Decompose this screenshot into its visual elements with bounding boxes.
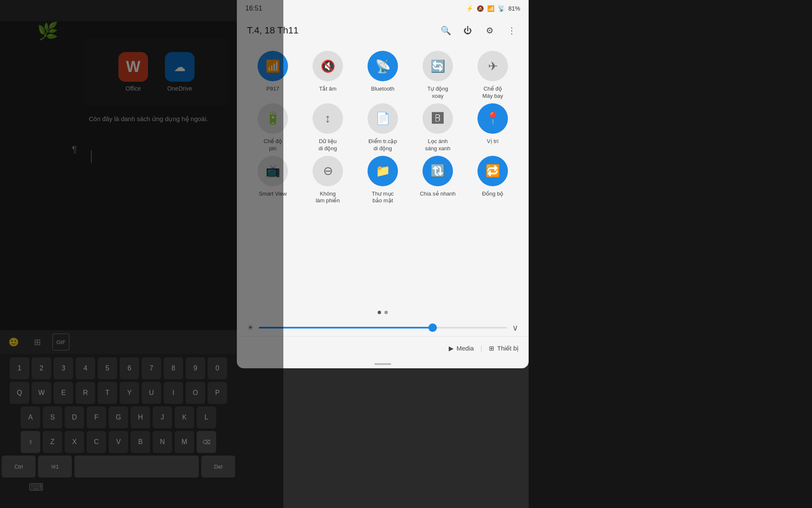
keyboard-toggle-icon[interactable]: ⌨ [29, 481, 44, 493]
key-r[interactable]: R [76, 382, 95, 404]
key-space[interactable] [74, 456, 199, 478]
quick-tiles-grid: 📶 P917 🔇 Tắt âm 📡 Bluetooth 🔄 [237, 44, 529, 306]
onedrive-icon-item[interactable]: ☁ OneDrive [165, 52, 195, 92]
key-m[interactable]: M [175, 431, 194, 453]
key-symbols[interactable]: !#1 [38, 456, 72, 478]
key-ctrl[interactable]: Ctrl [2, 456, 36, 478]
rotate-tile-icon: 🔄 [431, 59, 445, 73]
search-icon[interactable]: 🔍 [439, 24, 453, 37]
tile-location[interactable]: 📍 Vị trí [469, 103, 516, 152]
tile-sync-label: Đồng bộ [482, 190, 504, 198]
key-4[interactable]: 4 [76, 357, 95, 379]
power-icon[interactable]: ⏻ [461, 24, 475, 37]
tile-blue-light-label: Lọc ánh sáng xanh [425, 138, 450, 152]
emoji-icon[interactable]: 🙂 [5, 334, 22, 351]
key-2[interactable]: 2 [32, 357, 51, 379]
key-n[interactable]: N [153, 431, 172, 453]
key-z[interactable]: Z [43, 431, 62, 453]
bluetooth-status-icon: ⚡ [466, 5, 473, 12]
page-dot-1 [378, 311, 381, 314]
dnd-tile-icon: ⊖ [323, 164, 333, 178]
tile-mobile-data[interactable]: ↕ Dữ liệu di động [304, 103, 351, 152]
tile-dnd-label: Không làm phiền [315, 190, 340, 205]
office-icon-item[interactable]: W Office [118, 52, 148, 92]
key-6[interactable]: 6 [120, 357, 139, 379]
key-shift[interactable]: ⇧ [21, 431, 40, 453]
tile-hotspot-label: Điểm tr.cập di động [368, 138, 397, 152]
key-3[interactable]: 3 [54, 357, 73, 379]
key-u[interactable]: U [142, 382, 161, 404]
key-s[interactable]: S [43, 406, 62, 428]
tile-sync[interactable]: 🔁 Đồng bộ [469, 156, 516, 205]
key-q[interactable]: Q [10, 382, 29, 404]
tile-smart-view-icon: 📺 [258, 156, 288, 186]
brightness-slider-track[interactable] [259, 327, 507, 329]
tile-rotate-icon: 🔄 [422, 51, 453, 81]
key-c[interactable]: C [87, 431, 106, 453]
tile-mobile-data-label: Dữ liệu di động [318, 138, 337, 152]
key-t[interactable]: T [98, 382, 117, 404]
key-i[interactable]: I [164, 382, 183, 404]
tile-location-label: Vị trí [487, 138, 499, 145]
more-icon[interactable]: ⋮ [505, 24, 518, 37]
key-h[interactable]: H [131, 406, 150, 428]
tiles-row-2: 🔋 Chế độ pin ↕ Dữ liệu di động 📄 Điểm tr… [247, 103, 518, 152]
key-x[interactable]: X [65, 431, 84, 453]
key-a[interactable]: A [21, 406, 40, 428]
keyboard-toolbar: 🙂 ⊞ GIF [0, 330, 237, 354]
brightness-row: ☀ ∨ [237, 319, 529, 336]
tile-rotate-label: Tự động xoay [427, 86, 448, 100]
key-p[interactable]: P [208, 382, 227, 404]
tile-quick-share[interactable]: 🔃 Chia sẻ nhanh [414, 156, 461, 205]
tile-dnd[interactable]: ⊖ Không làm phiền [304, 156, 351, 205]
key-7[interactable]: 7 [142, 357, 161, 379]
key-del[interactable]: Del [201, 456, 235, 478]
tile-secure-folder[interactable]: 📁 Thư mục bảo mật [359, 156, 406, 205]
tile-rotate[interactable]: 🔄 Tự động xoay [414, 51, 461, 100]
text-cursor [91, 150, 92, 163]
tile-airplane[interactable]: ✈ Chế độ Máy bay [469, 51, 516, 100]
tile-tat-am[interactable]: 🔇 Tắt âm [304, 51, 351, 100]
key-8[interactable]: 8 [164, 357, 183, 379]
key-y[interactable]: Y [120, 382, 139, 404]
tile-sync-icon: 🔁 [477, 156, 508, 186]
key-backspace[interactable]: ⌫ [197, 431, 216, 453]
sticker-icon[interactable]: ⊞ [29, 334, 46, 351]
brightness-slider-fill [259, 327, 433, 329]
key-9[interactable]: 9 [186, 357, 205, 379]
keyboard-row-numbers: 1 2 3 4 5 6 7 8 9 0 [2, 357, 235, 379]
settings-icon[interactable]: ⚙ [483, 24, 497, 37]
tile-blue-light[interactable]: 🅱 Lọc ánh sáng xanh [414, 103, 461, 152]
key-f[interactable]: F [87, 406, 106, 428]
key-l[interactable]: L [197, 406, 216, 428]
key-1[interactable]: 1 [10, 357, 29, 379]
key-j[interactable]: J [153, 406, 172, 428]
tile-bluetooth-label: Bluetooth [371, 86, 395, 93]
brightness-expand-icon[interactable]: ∨ [512, 323, 518, 333]
tile-battery-mode[interactable]: 🔋 Chế độ pin [250, 103, 296, 152]
key-o[interactable]: O [186, 382, 205, 404]
key-v[interactable]: V [109, 431, 128, 453]
key-d[interactable]: D [65, 406, 84, 428]
tile-location-icon: 📍 [477, 103, 508, 134]
key-b[interactable]: B [131, 431, 150, 453]
wifi-tile-icon: 📶 [266, 59, 280, 73]
key-5[interactable]: 5 [98, 357, 117, 379]
tile-hotspot[interactable]: 📄 Điểm tr.cập di động [359, 103, 406, 152]
key-k[interactable]: K [175, 406, 194, 428]
key-e[interactable]: E [54, 382, 73, 404]
media-button[interactable]: ▶ Media [449, 345, 474, 352]
airplane-tile-icon: ✈ [488, 59, 498, 73]
gif-icon[interactable]: GIF [52, 334, 69, 351]
tile-secure-folder-label: Thư mục bảo mật [372, 190, 394, 205]
key-g[interactable]: G [109, 406, 128, 428]
tile-bluetooth[interactable]: 📡 Bluetooth [359, 51, 406, 100]
tile-p917-icon: 📶 [258, 51, 288, 81]
tile-smart-view[interactable]: 📺 Smart View [250, 156, 296, 205]
device-button[interactable]: ⊞ Thiết bị [489, 345, 518, 352]
tile-p917[interactable]: 📶 P917 [250, 51, 296, 100]
blue-light-tile-icon: 🅱 [432, 111, 444, 125]
key-w[interactable]: W [32, 382, 51, 404]
keyboard-row-qwerty: Q W E R T Y U I O P [2, 382, 235, 404]
key-0[interactable]: 0 [208, 357, 227, 379]
